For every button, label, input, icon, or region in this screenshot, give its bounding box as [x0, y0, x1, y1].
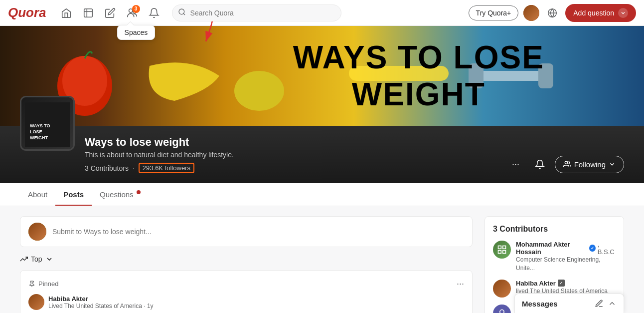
messages-bar[interactable]: Messages	[514, 294, 624, 313]
pin-header: Pinned ···	[28, 279, 464, 289]
svg-text:LOSE: LOSE	[30, 129, 42, 134]
verified-icon-1: ✓	[589, 245, 595, 252]
compose-message-icon[interactable]	[595, 299, 604, 308]
contributor-meta-1: Computer Science Engineering, Unite...	[516, 256, 616, 273]
left-column: Top Pinned ··· Habiba Akter Lived The Un…	[20, 216, 473, 313]
sort-label: Top	[31, 255, 42, 263]
contributor-info-1: Mohammad Akter Hossain ✓ , B.S.C Compute…	[516, 241, 616, 273]
tabs-bar: About Posts Questions	[0, 183, 644, 206]
try-plus-button[interactable]: Try Quora+	[469, 5, 519, 20]
svg-point-22	[565, 161, 567, 164]
quora-logo[interactable]: Quora	[8, 5, 46, 20]
answer-nav-button[interactable]	[78, 3, 98, 23]
contributors-count: 3 Contributors	[85, 164, 129, 172]
navbar-right: Try Quora+ Add question	[469, 4, 636, 22]
expand-messages-icon[interactable]	[608, 299, 617, 308]
sort-bar[interactable]: Top	[20, 255, 473, 263]
contributor-avatar-3	[493, 305, 511, 313]
spaces-badge: 3	[132, 5, 140, 13]
shield-icon-2: ✓	[558, 280, 565, 287]
post-author: Habiba Akter Lived The United States of …	[28, 294, 464, 310]
contributors-title: 3 Contributors	[493, 225, 616, 234]
tab-questions[interactable]: Questions	[92, 183, 149, 206]
svg-rect-27	[503, 251, 506, 254]
messages-icons	[595, 299, 617, 308]
contributor-name-1[interactable]: Mohammad Akter Hossain ✓ , B.S.C	[516, 241, 616, 256]
space-avatar-inner: WAYS TO LOSE WEIGHT	[21, 97, 73, 149]
user-mini-avatar	[28, 223, 46, 241]
space-name: Ways to lose weight	[85, 136, 624, 149]
add-question-dropdown-arrow[interactable]	[618, 8, 628, 18]
home-nav-button[interactable]	[56, 3, 76, 23]
search-icon	[178, 8, 186, 18]
user-avatar[interactable]	[523, 5, 539, 21]
hero-banner: WAYS TO LOSE WEIGHT	[0, 26, 644, 126]
post-more-button[interactable]: ···	[457, 279, 464, 289]
pin-label: Pinned	[28, 280, 58, 288]
post-card: Pinned ··· Habiba Akter Lived The United…	[20, 270, 473, 313]
search-input[interactable]	[172, 4, 341, 21]
svg-text:WAYS TO: WAYS TO	[30, 123, 50, 128]
edit-nav-button[interactable]	[100, 3, 120, 23]
submit-box	[20, 216, 473, 247]
hero-banner-background: WAYS TO LOSE WEIGHT	[0, 26, 644, 126]
svg-text:WEIGHT: WEIGHT	[30, 135, 48, 140]
followers-count[interactable]: 293.6K followers	[139, 163, 194, 173]
notifications-nav-button[interactable]	[144, 3, 164, 23]
following-label: Following	[574, 160, 606, 169]
spaces-tooltip: Spaces	[117, 25, 156, 40]
profile-section: WAYS TO LOSE WEIGHT Ways to lose weight …	[0, 126, 644, 183]
spaces-nav-button[interactable]: 3 Spaces	[122, 3, 142, 23]
navbar: Quora 3 Spaces	[0, 0, 644, 26]
contributor-item: Mohammad Akter Hossain ✓ , B.S.C Compute…	[493, 241, 616, 273]
svg-point-28	[500, 310, 504, 313]
questions-notification-dot	[137, 190, 141, 194]
add-question-label: Add question	[573, 9, 614, 17]
svg-line-7	[183, 13, 185, 15]
messages-title: Messages	[522, 300, 558, 308]
submit-input[interactable]	[52, 228, 464, 236]
notifications-bell-button[interactable]	[531, 155, 549, 173]
following-button[interactable]: Following	[555, 156, 624, 173]
more-options-button[interactable]: ···	[507, 155, 525, 173]
nav-icons: 3 Spaces	[56, 3, 164, 23]
svg-point-6	[179, 9, 184, 14]
author-details: Habiba Akter Lived The United States of …	[48, 295, 154, 310]
contributor-name-2[interactable]: Habiba Akter ✓	[516, 280, 608, 287]
contributor-avatar-2	[493, 280, 511, 298]
author-meta: Lived The United States of America · 1y	[48, 303, 154, 310]
search-bar	[172, 4, 341, 21]
bullet-separator: ·	[133, 164, 135, 172]
contributor-info-2: Habiba Akter ✓ lived The United States o…	[516, 280, 608, 296]
language-button[interactable]	[544, 5, 560, 21]
pinned-label: Pinned	[38, 280, 58, 288]
contributor-avatar-1	[493, 241, 511, 259]
svg-rect-26	[498, 251, 501, 254]
author-name[interactable]: Habiba Akter	[48, 295, 154, 303]
add-question-button[interactable]: Add question	[565, 4, 636, 22]
hero-title: WAYS TO LOSE WEIGHT	[258, 39, 580, 113]
tab-about[interactable]: About	[20, 183, 55, 206]
author-avatar	[28, 294, 44, 310]
svg-rect-0	[84, 8, 92, 17]
tab-posts[interactable]: Posts	[55, 183, 92, 206]
space-avatar: WAYS TO LOSE WEIGHT	[20, 96, 75, 151]
profile-actions: ··· Following	[507, 155, 624, 173]
svg-rect-25	[503, 246, 506, 249]
svg-rect-24	[498, 246, 501, 249]
